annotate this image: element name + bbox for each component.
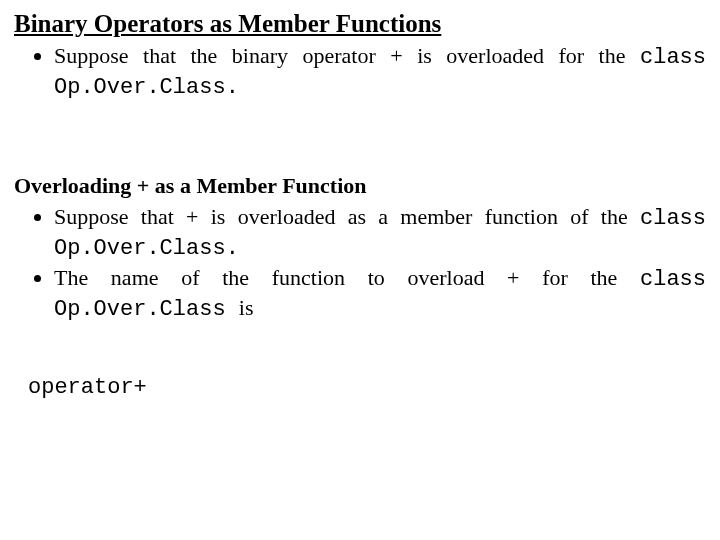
keyword-class: class xyxy=(640,206,706,231)
operator-code: operator+ xyxy=(28,375,706,400)
spacer xyxy=(14,103,706,173)
spacer xyxy=(14,325,706,375)
code-run: Op.Over.Class. xyxy=(54,236,239,261)
text-run: The name of the function to overload + f… xyxy=(54,265,640,290)
list-item: Suppose that the binary operator + is ov… xyxy=(54,42,706,101)
code-run: Op.Over.Class. xyxy=(54,75,239,100)
section2-list: Suppose that + is overloaded as a member… xyxy=(14,203,706,323)
subheading: Overloading + as a Member Function xyxy=(14,173,706,199)
page-title: Binary Operators as Member Functions xyxy=(14,10,706,38)
code-run: Op.Over.Class xyxy=(54,297,239,322)
text-run: Suppose that the binary operator + is ov… xyxy=(54,43,640,68)
keyword-class: class xyxy=(640,45,706,70)
list-item: Suppose that + is overloaded as a member… xyxy=(54,203,706,262)
text-run: Suppose that + is overloaded as a member… xyxy=(54,204,640,229)
keyword-class: class xyxy=(640,267,706,292)
slide-page: Binary Operators as Member Functions Sup… xyxy=(0,0,720,410)
text-run: is xyxy=(239,295,254,320)
list-item: The name of the function to overload + f… xyxy=(54,264,706,323)
section1-list: Suppose that the binary operator + is ov… xyxy=(14,42,706,101)
